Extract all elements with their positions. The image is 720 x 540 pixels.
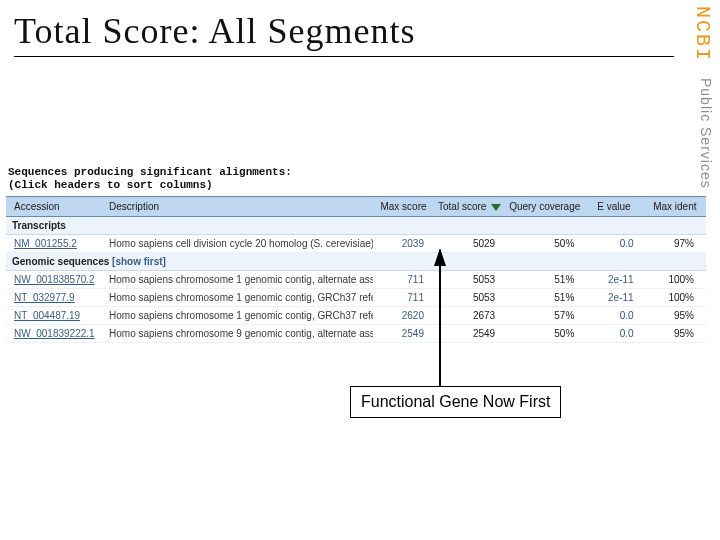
caption-line-1: Sequences producing significant alignmen… <box>8 166 292 178</box>
ident-cell: 100% <box>644 271 706 289</box>
ident-cell: 97% <box>644 235 706 253</box>
col-query-coverage[interactable]: Query coverage <box>505 197 584 217</box>
description-cell: Homo sapiens cell division cycle 20 homo… <box>105 235 373 253</box>
description-cell: Homo sapiens chromosome 1 genomic contig… <box>105 271 373 289</box>
table-row: NM_001255.2 Homo sapiens cell division c… <box>6 235 706 253</box>
evalue-link[interactable]: 0.0 <box>584 235 643 253</box>
description-cell: Homo sapiens chromosome 1 genomic contig… <box>105 307 373 325</box>
caption-line-2: (Click headers to sort columns) <box>8 179 213 191</box>
total-score-cell: 5053 <box>434 289 505 307</box>
table-header-row: Accession Description Max score Total sc… <box>6 197 706 217</box>
accession-link[interactable]: NM_001255.2 <box>6 235 105 253</box>
coverage-cell: 50% <box>505 235 584 253</box>
description-cell: Homo sapiens chromosome 9 genomic contig… <box>105 325 373 343</box>
col-accession[interactable]: Accession <box>6 197 105 217</box>
coverage-cell: 50% <box>505 325 584 343</box>
results-table: Accession Description Max score Total sc… <box>6 196 706 343</box>
evalue-link[interactable]: 0.0 <box>584 307 643 325</box>
callout-functional-gene: Functional Gene Now First <box>350 386 561 418</box>
section-genomic-label: Genomic sequences <box>12 256 109 267</box>
max-score-link[interactable]: 2620 <box>373 307 434 325</box>
coverage-cell: 51% <box>505 289 584 307</box>
side-label-ncbi: NCBI <box>691 6 714 62</box>
table-row: NT_032977.9 Homo sapiens chromosome 1 ge… <box>6 289 706 307</box>
results-caption: Sequences producing significant alignmen… <box>8 166 706 192</box>
evalue-link[interactable]: 2e-11 <box>584 289 643 307</box>
coverage-cell: 51% <box>505 271 584 289</box>
total-score-cell: 5053 <box>434 271 505 289</box>
page-title: Total Score: All Segments <box>14 10 686 52</box>
col-max-score[interactable]: Max score <box>373 197 434 217</box>
max-score-link[interactable]: 2039 <box>373 235 434 253</box>
ident-cell: 100% <box>644 289 706 307</box>
col-e-value[interactable]: E value <box>584 197 643 217</box>
section-transcripts-label: Transcripts <box>12 220 66 231</box>
max-score-link[interactable]: 2549 <box>373 325 434 343</box>
col-description[interactable]: Description <box>105 197 373 217</box>
ident-cell: 95% <box>644 325 706 343</box>
sort-desc-icon <box>491 204 501 211</box>
table-row: NW_001838570.2 Homo sapiens chromosome 1… <box>6 271 706 289</box>
accession-link[interactable]: NW_001839222.1 <box>6 325 105 343</box>
ident-cell: 95% <box>644 307 706 325</box>
show-first-link[interactable]: [show first] <box>112 256 166 267</box>
title-rule <box>14 56 674 57</box>
description-cell: Homo sapiens chromosome 1 genomic contig… <box>105 289 373 307</box>
col-total-score[interactable]: Total score <box>434 197 505 217</box>
max-score-link[interactable]: 711 <box>373 289 434 307</box>
total-score-cell: 2673 <box>434 307 505 325</box>
total-score-cell: 5029 <box>434 235 505 253</box>
accession-link[interactable]: NT_004487.19 <box>6 307 105 325</box>
col-max-score-label: Max score <box>380 201 426 212</box>
accession-link[interactable]: NW_001838570.2 <box>6 271 105 289</box>
evalue-link[interactable]: 2e-11 <box>584 271 643 289</box>
total-score-cell: 2549 <box>434 325 505 343</box>
coverage-cell: 57% <box>505 307 584 325</box>
evalue-link[interactable]: 0.0 <box>584 325 643 343</box>
results-area: Sequences producing significant alignmen… <box>6 166 706 343</box>
col-max-ident[interactable]: Max ident <box>644 197 706 217</box>
col-total-score-label: Total score <box>438 201 486 212</box>
max-score-link[interactable]: 711 <box>373 271 434 289</box>
table-row: NT_004487.19 Homo sapiens chromosome 1 g… <box>6 307 706 325</box>
table-row: NW_001839222.1 Homo sapiens chromosome 9… <box>6 325 706 343</box>
accession-link[interactable]: NT_032977.9 <box>6 289 105 307</box>
section-genomic: Genomic sequences [show first] <box>6 253 706 271</box>
section-transcripts: Transcripts <box>6 217 706 235</box>
